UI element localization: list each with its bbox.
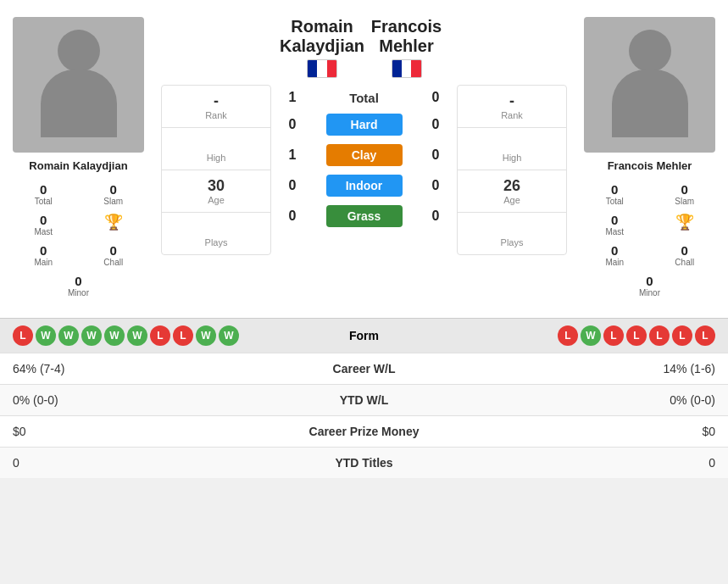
- left-high-row: High: [162, 128, 270, 170]
- form-left: LWWWWWLLWW: [13, 325, 314, 346]
- flag-blue: [308, 60, 317, 77]
- stats-row: 0% (0-0) YTD W/L 0% (0-0): [0, 384, 728, 415]
- right-silhouette: [584, 17, 715, 153]
- form-right: LWLLLLL: [415, 325, 716, 346]
- left-age-row: 30 Age: [162, 170, 270, 213]
- left-silhouette: [13, 17, 144, 153]
- form-badge-left: W: [127, 325, 147, 346]
- stats-label: Career W/L: [280, 362, 449, 375]
- match-center: RomainKalaydjian Francois Mehler: [275, 8, 453, 309]
- form-badge-left: L: [173, 325, 193, 346]
- stats-row: 64% (7-4) Career W/L 14% (1-6): [0, 353, 728, 384]
- right-trophy-icon: 🏆: [675, 213, 694, 231]
- hard-left-score: 0: [280, 117, 305, 132]
- form-badge-left: L: [150, 325, 170, 346]
- stats-right-val: 0: [449, 456, 716, 470]
- center-right-name: Francois Mehler: [364, 17, 448, 78]
- left-stat-mast: 0 Mast: [8, 209, 79, 240]
- left-total-value: 0: [40, 182, 47, 197]
- left-rank-row: - Rank: [162, 86, 270, 128]
- right-slam-label: Slam: [675, 197, 694, 206]
- grass-right-score: 0: [423, 209, 448, 224]
- right-total-label: Total: [606, 197, 624, 206]
- right-plays-label: Plays: [466, 237, 558, 248]
- flag-white-r: [402, 60, 411, 77]
- stats-row: $0 Career Prize Money $0: [0, 415, 728, 447]
- right-player-card: Francois Mehler 0 Total 0 Slam 0 Mast 🏆: [571, 8, 728, 309]
- right-total-value: 0: [611, 182, 618, 197]
- right-french-flag: [392, 59, 422, 78]
- center-left-name: RomainKalaydjian: [280, 17, 364, 78]
- flag-blue-r: [392, 60, 402, 77]
- stats-table: 64% (7-4) Career W/L 14% (1-6) 0% (0-0) …: [0, 353, 728, 478]
- right-player-name: Francois Mehler: [608, 159, 692, 172]
- main-container: Romain Kalaydjian 0 Total 0 Slam 0 Mast …: [0, 0, 728, 478]
- right-high-value: [466, 135, 558, 153]
- center-header: RomainKalaydjian Francois Mehler: [280, 17, 448, 78]
- clay-right-score: 0: [423, 147, 448, 163]
- form-center-label: Form: [314, 329, 415, 342]
- right-minor-value: 0: [646, 274, 653, 288]
- left-chall-value: 0: [110, 243, 117, 258]
- left-stat-main: 0 Main: [8, 240, 79, 270]
- right-age-label: Age: [466, 195, 558, 205]
- form-badge-left: L: [13, 325, 33, 346]
- right-middle-stats: - Rank High 26 Age Plays: [457, 85, 567, 255]
- left-mast-label: Mast: [34, 227, 53, 236]
- right-main-label: Main: [605, 258, 624, 267]
- left-main-value: 0: [40, 243, 47, 258]
- left-age-value: 30: [170, 177, 262, 195]
- right-flag: [364, 59, 448, 78]
- total-left-score: 1: [280, 90, 305, 105]
- right-stat-mast: 0 Mast: [580, 209, 650, 240]
- left-player-name: Romain Kalaydjian: [29, 159, 127, 172]
- clay-badge: Clay: [326, 144, 403, 166]
- left-flag: [280, 59, 364, 78]
- right-main-value: 0: [611, 243, 618, 258]
- right-age-value: 26: [466, 177, 558, 195]
- left-slam-value: 0: [110, 182, 117, 197]
- center-left-player-name: RomainKalaydjian: [280, 17, 364, 56]
- grass-badge: Grass: [326, 205, 403, 227]
- left-chall-label: Chall: [103, 258, 123, 267]
- right-slam-value: 0: [681, 182, 688, 197]
- left-trophy-icon-box: 🏆: [79, 209, 149, 240]
- form-badge-left: W: [104, 325, 125, 346]
- right-rank-label: Rank: [466, 110, 558, 120]
- left-stat-minor: 0 Minor: [43, 270, 114, 301]
- left-stat-total: 0 Total: [8, 179, 79, 209]
- right-player-stats: 0 Total 0 Slam 0 Mast 🏆 0 Main: [580, 179, 720, 301]
- indoor-left-score: 0: [280, 178, 305, 193]
- left-middle-stats: - Rank High 30 Age Plays: [161, 85, 271, 255]
- stats-right-val: 14% (1-6): [449, 362, 716, 375]
- match-rows: 1 Total 0 0 Hard 0 1 Clay 0 0: [280, 86, 448, 231]
- left-rank-value: -: [170, 92, 262, 110]
- left-total-label: Total: [35, 197, 53, 206]
- left-high-value: [170, 135, 262, 153]
- left-main-label: Main: [34, 258, 53, 267]
- left-minor-label: Minor: [68, 288, 89, 298]
- indoor-right-score: 0: [423, 178, 448, 193]
- right-stat-total: 0 Total: [580, 179, 650, 209]
- left-plays-label: Plays: [170, 237, 262, 248]
- right-chall-value: 0: [681, 243, 688, 258]
- right-age-row: 26 Age: [458, 170, 566, 213]
- left-plays-row: Plays: [162, 213, 270, 254]
- form-badge-left: W: [196, 325, 216, 346]
- left-rank-label: Rank: [170, 110, 262, 120]
- right-stat-slam: 0 Slam: [650, 179, 720, 209]
- left-slam-label: Slam: [103, 197, 123, 206]
- left-age-label: Age: [170, 195, 262, 205]
- total-label: Total: [326, 91, 403, 105]
- stats-left-val: 64% (7-4): [13, 362, 280, 375]
- form-badge-right: W: [581, 325, 601, 346]
- right-high-row: High: [458, 128, 566, 170]
- flag-red-r: [411, 60, 420, 77]
- form-badge-right: L: [672, 325, 692, 346]
- left-stat-slam: 0 Slam: [79, 179, 149, 209]
- left-player-avatar: [13, 17, 144, 153]
- left-silhouette-body: [41, 70, 117, 137]
- right-mast-label: Mast: [605, 227, 624, 236]
- left-silhouette-head: [58, 30, 100, 72]
- right-player-avatar: [584, 17, 715, 153]
